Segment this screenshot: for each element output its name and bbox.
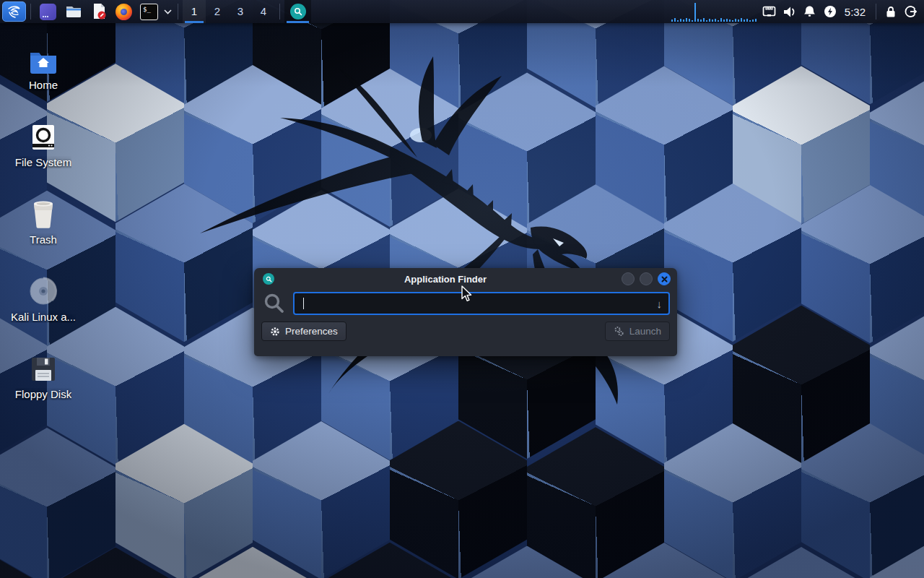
maximize-button[interactable] <box>640 272 653 285</box>
qterminal-icon <box>40 4 56 20</box>
application-finder-window: Application Finder ↓ <box>254 268 677 356</box>
desktop-icon-home[interactable]: Home <box>9 40 78 118</box>
close-icon <box>661 276 668 282</box>
gears-icon <box>614 326 624 337</box>
workspace-4-label: 4 <box>261 5 266 17</box>
panel-separator <box>30 4 31 20</box>
button-row: Preferences Launch <box>254 315 677 341</box>
desktop-icon-trash[interactable]: Trash <box>9 195 78 272</box>
desktop: $_ 1 2 3 4 <box>0 0 924 578</box>
file-manager-icon <box>65 4 82 20</box>
app-finder-panel-button[interactable] <box>284 0 311 23</box>
network-wired-icon <box>762 6 776 17</box>
home-icon <box>29 49 58 74</box>
text-caret <box>303 298 304 309</box>
desktop-icon-label: File System <box>15 156 71 168</box>
preferences-button[interactable]: Preferences <box>261 322 346 341</box>
top-panel: $_ 1 2 3 4 <box>0 0 924 23</box>
search-row: ↓ <box>254 290 677 315</box>
logout-icon <box>905 5 918 18</box>
window-title: Application Finder <box>274 274 616 285</box>
launcher-firefox[interactable] <box>111 0 136 23</box>
power-manager-tray-button[interactable] <box>820 0 840 23</box>
launcher-qterminal[interactable] <box>35 0 61 23</box>
desktop-icon-file-system[interactable]: File System <box>9 118 78 195</box>
desktop-icon-label: Kali Linux a... <box>11 311 76 323</box>
workspace-1-label: 1 <box>191 5 197 17</box>
cd-disc-icon <box>29 277 58 306</box>
launcher-file-manager[interactable] <box>61 0 86 23</box>
search-icon <box>263 292 286 315</box>
text-editor-icon <box>91 3 107 20</box>
system-tray: 5:32 <box>670 0 924 23</box>
dropdown-arrow-icon[interactable]: ↓ <box>657 298 663 309</box>
cpu-graph[interactable] <box>670 0 759 23</box>
app-finder-icon <box>290 4 306 20</box>
titlebar[interactable]: Application Finder <box>254 268 677 290</box>
window-icon <box>263 273 274 285</box>
terminal-badge-text: $_ <box>143 6 151 13</box>
desktop-icon-kali-cd[interactable]: Kali Linux a... <box>9 272 78 350</box>
kali-logo-icon <box>6 4 22 20</box>
desktop-icon-floppy[interactable]: Floppy Disk <box>9 350 78 427</box>
launcher-text-editor[interactable] <box>86 0 111 23</box>
minimize-button[interactable] <box>622 272 635 285</box>
workspace-3-label: 3 <box>237 5 243 17</box>
workspace-3[interactable]: 3 <box>229 0 252 23</box>
lock-screen-button[interactable] <box>881 0 901 23</box>
panel-separator <box>279 4 280 20</box>
firefox-icon <box>116 4 132 20</box>
preferences-label: Preferences <box>285 326 338 337</box>
network-tray-button[interactable] <box>759 0 780 23</box>
logout-button[interactable] <box>901 0 921 23</box>
floppy-disk-icon <box>30 355 57 383</box>
close-button[interactable] <box>658 272 671 285</box>
volume-icon <box>783 6 796 18</box>
search-input[interactable] <box>295 293 668 314</box>
volume-tray-button[interactable] <box>780 0 800 23</box>
file-system-icon <box>30 124 57 151</box>
launch-label: Launch <box>629 326 661 337</box>
desktop-icon-label: Trash <box>30 233 57 246</box>
terminal-icon: $_ <box>140 4 158 20</box>
workspace-2-label: 2 <box>214 5 220 17</box>
notifications-tray-button[interactable] <box>800 0 820 23</box>
kali-menu-button[interactable] <box>2 1 26 22</box>
launch-button[interactable]: Launch <box>605 322 670 341</box>
panel-separator <box>178 4 178 20</box>
gear-icon <box>270 327 280 337</box>
lock-icon <box>885 6 897 18</box>
workspace-1[interactable]: 1 <box>183 0 206 23</box>
launcher-dropdown[interactable] <box>162 0 173 23</box>
chevron-down-icon <box>164 9 172 14</box>
search-field-frame: ↓ <box>293 292 670 315</box>
workspace-2[interactable]: 2 <box>206 0 229 23</box>
desktop-icon-list: Home File System Trash <box>9 40 78 427</box>
desktop-icon-label: Home <box>29 79 58 91</box>
clock[interactable]: 5:32 <box>845 6 866 18</box>
workspace-4[interactable]: 4 <box>252 0 275 23</box>
bell-icon <box>803 5 816 18</box>
panel-separator <box>876 4 876 20</box>
launcher-terminal[interactable]: $_ <box>136 0 162 23</box>
power-battery-icon <box>824 5 837 18</box>
desktop-icon-label: Floppy Disk <box>15 388 71 400</box>
trash-icon <box>30 199 56 228</box>
